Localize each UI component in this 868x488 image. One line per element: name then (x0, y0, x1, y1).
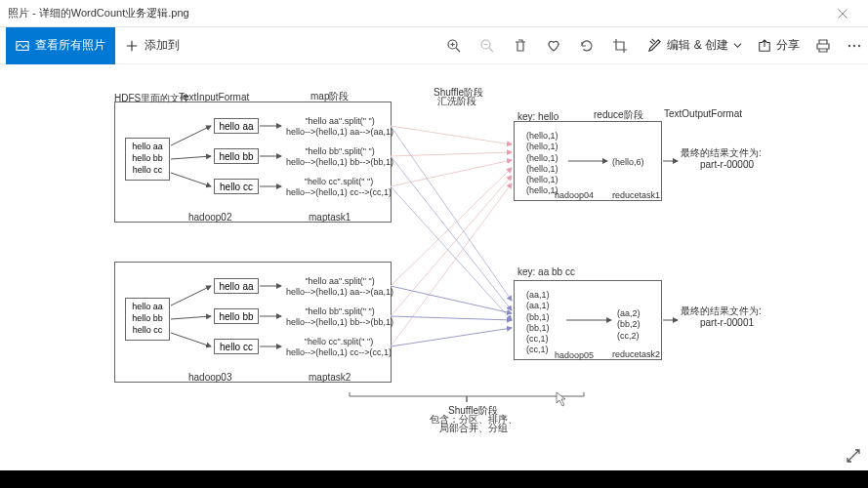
crop-icon[interactable] (612, 38, 628, 54)
svg-line-6 (171, 126, 211, 145)
zoom-in-icon[interactable] (446, 38, 462, 54)
svg-point-4 (853, 44, 855, 46)
share-button[interactable]: 分享 (758, 37, 800, 54)
svg-line-7 (171, 156, 211, 159)
delete-icon[interactable] (513, 38, 528, 54)
svg-line-29 (391, 328, 512, 346)
view-all-button[interactable]: 查看所有照片 (6, 27, 115, 64)
svg-point-5 (858, 44, 860, 46)
share-icon (758, 39, 771, 53)
svg-line-8 (171, 173, 211, 186)
svg-line-13 (171, 316, 211, 319)
bottom-black-bar (0, 470, 868, 488)
photo-icon (16, 39, 29, 53)
share-label: 分享 (776, 37, 800, 54)
edit-create-label: 编辑 & 创建 (667, 37, 728, 54)
view-all-label: 查看所有照片 (35, 37, 105, 54)
rotate-icon[interactable] (579, 38, 595, 54)
svg-point-3 (848, 44, 850, 46)
svg-line-23 (391, 183, 512, 346)
svg-line-12 (171, 286, 211, 305)
print-icon[interactable] (815, 38, 831, 54)
heart-icon[interactable] (546, 38, 561, 54)
svg-line-21 (391, 168, 512, 286)
svg-line-20 (391, 160, 512, 186)
edit-icon (647, 38, 662, 53)
window-title: 照片 - 详细的WordCount业务逻辑.png (8, 6, 189, 20)
resize-icon[interactable] (846, 448, 861, 466)
add-to-button[interactable]: 添加到 (115, 27, 189, 64)
diagram-arrows (0, 64, 868, 474)
chevron-down-icon (733, 41, 742, 50)
close-button[interactable] (825, 0, 860, 27)
zoom-out-icon[interactable] (479, 38, 495, 54)
svg-line-14 (171, 333, 211, 346)
svg-line-22 (391, 176, 512, 316)
close-icon (837, 8, 848, 20)
image-canvas: HDFS里面的文件 TextInputFormat map阶段 Shuffle阶… (0, 64, 868, 488)
add-to-label: 添加到 (145, 37, 180, 54)
svg-line-18 (391, 126, 512, 144)
svg-line-25 (391, 156, 512, 310)
svg-line-24 (391, 126, 512, 301)
svg-line-28 (391, 316, 512, 320)
edit-create-button[interactable]: 编辑 & 创建 (647, 37, 742, 54)
more-icon[interactable] (847, 38, 862, 54)
plus-icon (125, 39, 139, 53)
